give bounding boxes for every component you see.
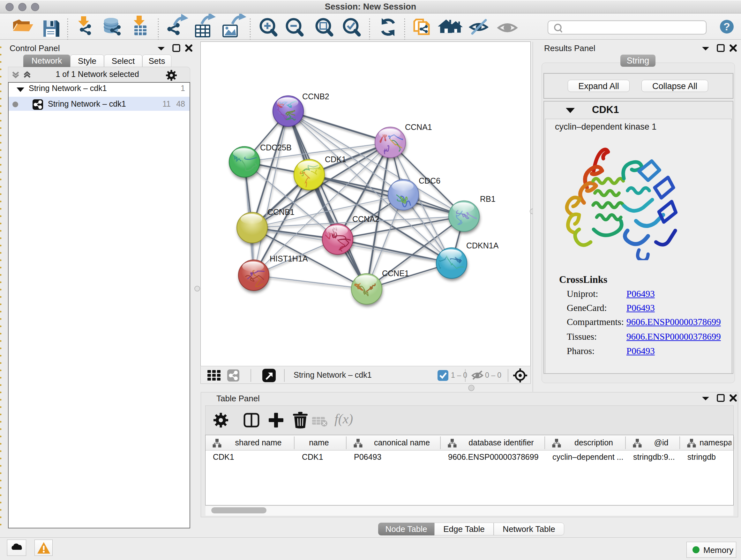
svg-text:CDC25B: CDC25B [260, 143, 292, 152]
svg-text:CDC6: CDC6 [419, 176, 441, 185]
svg-text:RB1: RB1 [480, 194, 495, 203]
svg-text:CCNE1: CCNE1 [382, 269, 409, 278]
svg-text:CDK1: CDK1 [325, 155, 346, 164]
svg-text:HIST1H1A: HIST1H1A [270, 254, 308, 263]
svg-text:CCNA1: CCNA1 [405, 123, 432, 132]
svg-text:CDKN1A: CDKN1A [466, 241, 499, 250]
svg-text:CCNB2: CCNB2 [302, 92, 329, 101]
svg-text:CCNB1: CCNB1 [267, 207, 294, 216]
svg-text:CCNA2: CCNA2 [352, 214, 380, 224]
